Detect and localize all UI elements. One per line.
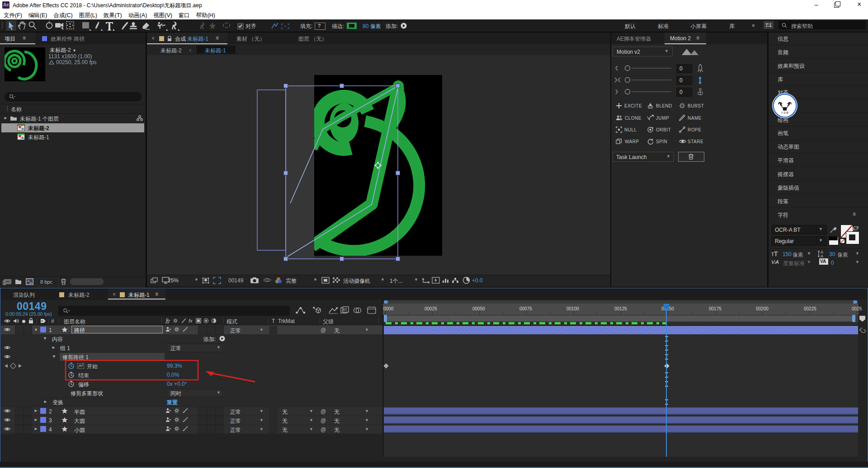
svg-text:fx: fx [189,318,193,323]
svg-text:A: A [821,254,823,258]
svg-text:行走者: 行走者 [781,111,789,114]
